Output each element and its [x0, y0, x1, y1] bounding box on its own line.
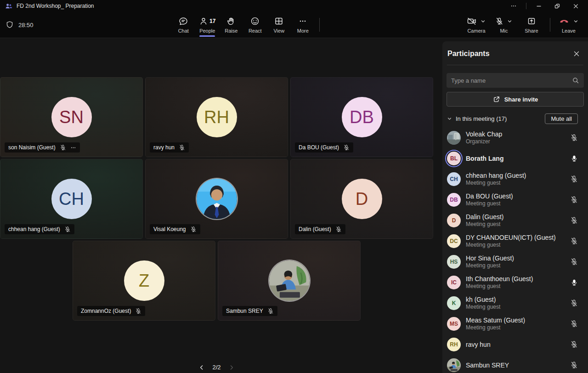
participant-row-ravy-hun[interactable]: RH ravy hun: [442, 334, 588, 355]
toolbar-button-people[interactable]: 17 People: [195, 12, 219, 37]
toolbar-device-buttons: Camera Mic Share: [463, 12, 545, 37]
mic-muted-icon[interactable]: [570, 361, 578, 369]
participant-role: Meeting guest: [466, 200, 513, 207]
participant-role: Organizer: [466, 138, 502, 145]
chevron-down-icon[interactable]: [573, 19, 578, 24]
participant-row-kh-guest[interactable]: K kh (Guest) Meeting guest: [442, 293, 588, 313]
mic-muted-icon[interactable]: [570, 340, 578, 348]
participant-name: DY CHANDOEUN(ICT) (Guest): [466, 234, 556, 241]
people-icon: [199, 17, 208, 26]
mic-muted-icon[interactable]: [570, 216, 578, 224]
toolbar-separator: [550, 18, 550, 32]
mic-muted-icon[interactable]: [570, 134, 578, 141]
close-panel-button[interactable]: [571, 49, 582, 59]
mic-muted-icon: [135, 308, 141, 314]
video-tile-chhean-hang-guest[interactable]: CH chhean hang (Guest): [0, 159, 143, 239]
avatar: DB: [447, 193, 461, 207]
camera-button[interactable]: Camera: [463, 12, 490, 37]
minimize-button[interactable]: [531, 1, 547, 11]
chevron-down-icon[interactable]: [481, 19, 486, 24]
participant-name: Sambun SREY: [226, 308, 263, 314]
panel-divider: [447, 65, 583, 65]
panel-title: Participants: [447, 50, 490, 58]
window-controls: [506, 1, 583, 11]
mic-muted-icon[interactable]: [570, 237, 578, 245]
participant-row-dalin-guest[interactable]: D Dalin (Guest) Meeting guest: [442, 210, 588, 231]
meeting-toolbar: 28:50 Chat 17 People Raise React View: [0, 12, 588, 38]
mic-button[interactable]: Mic: [490, 12, 518, 37]
share-invite-button[interactable]: Share invite: [447, 92, 584, 107]
participant-name: Dalin (Guest): [299, 226, 331, 232]
mute-all-button[interactable]: Mute all: [545, 113, 578, 124]
minimize-icon: [535, 2, 543, 10]
participant-name: Da BOU (Guest): [466, 192, 513, 200]
toolbar-button-react[interactable]: React: [243, 12, 267, 37]
tile-name-label: Visal Koeung: [150, 224, 200, 234]
tile-more-icon[interactable]: [70, 145, 76, 151]
mic-on-icon[interactable]: [571, 278, 578, 287]
mic-muted-icon: [343, 144, 350, 151]
mic-muted-icon[interactable]: [570, 320, 578, 328]
window-title: FD 2nd Workshop_ Preparation: [17, 3, 94, 9]
mic-muted-icon[interactable]: [570, 175, 578, 183]
participant-row-voleak-chap[interactable]: Voleak Chap Organizer: [442, 127, 588, 148]
mic-off-icon: [495, 17, 503, 26]
teams-logo-icon: [5, 2, 12, 10]
mic-muted-icon[interactable]: [570, 299, 578, 307]
participant-search[interactable]: [447, 73, 584, 88]
leave-button[interactable]: Leave: [555, 12, 582, 37]
video-tile-son-naisim-guest[interactable]: SN son Naisim (Guest): [0, 77, 143, 157]
maximize-icon: [554, 2, 561, 10]
in-this-meeting-label: In this meeting (17): [456, 115, 507, 122]
participant-row-dy-chandoeun-ict-guest[interactable]: DC DY CHANDOEUN(ICT) (Guest) Meeting gue…: [442, 231, 588, 251]
view-icon: [274, 17, 283, 26]
video-stage: SN son Naisim (Guest) RH ravy hun DB Da …: [0, 38, 435, 373]
toolbar-button-view[interactable]: View: [267, 12, 291, 37]
toolbar-button-chat[interactable]: Chat: [171, 12, 195, 37]
next-page-button[interactable]: [228, 364, 235, 371]
participants-list[interactable]: Voleak Chap Organizer BL Borath Lang CH …: [442, 127, 588, 373]
participant-row-ith-chanthoeun-guest[interactable]: IC Ith Chanthoeun (Guest) Meeting guest: [442, 272, 588, 293]
participant-name: Hor Sina (Guest): [466, 254, 514, 262]
video-tile-dalin-guest[interactable]: D Dalin (Guest): [290, 159, 433, 239]
participant-role: Meeting guest: [466, 221, 503, 227]
participant-row-da-bou-guest[interactable]: DB Da BOU (Guest) Meeting guest: [442, 189, 588, 210]
meeting-content: SN son Naisim (Guest) RH ravy hun DB Da …: [0, 38, 588, 373]
toolbar-button-more[interactable]: More: [291, 12, 315, 37]
search-input[interactable]: [451, 77, 572, 84]
desk-photo-avatar: [447, 358, 461, 372]
close-icon: [572, 50, 581, 58]
participant-name: son Naisim (Guest): [8, 144, 56, 151]
video-tile-ravy-hun[interactable]: RH ravy hun: [145, 77, 288, 157]
participant-role: Meeting guest: [466, 262, 514, 269]
tile-name-label: ravy hun: [150, 142, 189, 153]
titlebar-more-button[interactable]: [506, 1, 521, 11]
participant-row-borath-lang[interactable]: BL Borath Lang: [442, 148, 588, 169]
video-tile-sambun-srey[interactable]: Sambun SREY: [218, 241, 361, 321]
participant-row-chhean-hang-guest[interactable]: CH chhean hang (Guest) Meeting guest: [442, 169, 588, 189]
participant-name: Borath Lang: [466, 155, 503, 162]
mic-on-icon[interactable]: [571, 154, 578, 163]
participant-row-sambun-srey[interactable]: Sambun SREY: [442, 355, 588, 373]
tile-name-label: Dalin (Guest): [295, 224, 345, 234]
share-invite-label: Share invite: [504, 96, 538, 103]
video-tile-visal-koeung[interactable]: Visal Koeung: [145, 159, 288, 239]
portrait-photo-avatar: [197, 179, 237, 219]
video-tile-zomnannoz-guest[interactable]: Z ZomnannOz (Guest): [73, 241, 215, 321]
participant-name: chhean hang (Guest): [466, 172, 526, 179]
previous-page-button[interactable]: [198, 364, 205, 371]
more-icon: [298, 17, 307, 26]
participant-row-hor-sina-guest[interactable]: HS Hor Sina (Guest) Meeting guest: [442, 251, 588, 272]
avatar: MS: [447, 317, 461, 331]
participant-row-meas-satum-guest[interactable]: MS Meas Satum (Guest) Meeting guest: [442, 313, 588, 334]
video-tile-da-bou-guest[interactable]: DB Da BOU (Guest): [290, 77, 433, 157]
share-button[interactable]: Share: [518, 12, 545, 37]
close-window-button[interactable]: [568, 1, 583, 11]
mic-muted-icon[interactable]: [570, 258, 578, 266]
maximize-button[interactable]: [549, 1, 565, 11]
desk-photo-avatar: [269, 260, 310, 301]
in-this-meeting-header[interactable]: In this meeting (17): [447, 115, 507, 122]
mic-muted-icon[interactable]: [570, 196, 578, 203]
chevron-down-icon[interactable]: [507, 19, 512, 24]
toolbar-button-raise[interactable]: Raise: [219, 12, 243, 37]
